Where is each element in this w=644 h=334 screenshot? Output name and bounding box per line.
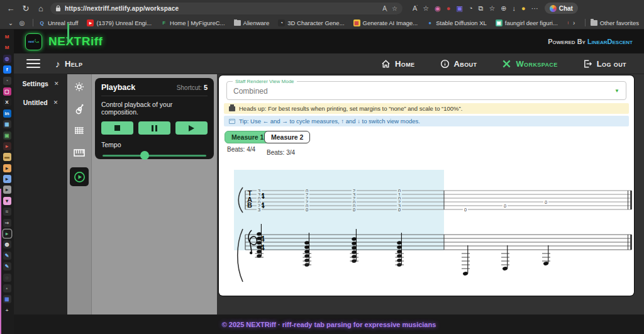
stop-icon xyxy=(114,125,120,131)
profile-icon[interactable]: ● xyxy=(521,5,526,12)
tempo-slider[interactable] xyxy=(101,151,208,160)
rail-item-gmail-2[interactable]: M xyxy=(3,43,11,52)
rail-item-pen-blue-1[interactable]: ✎ xyxy=(3,252,11,260)
tool-fretboard[interactable] xyxy=(70,123,89,138)
rail-item-video-gray[interactable]: ▸ xyxy=(3,186,11,194)
split-screen-icon[interactable]: ⧉ xyxy=(479,5,484,12)
menu-button[interactable] xyxy=(26,59,40,69)
collapse-chevron-icon[interactable]: ⌄ xyxy=(5,19,16,26)
rail-item-tan-app[interactable]: ▬ xyxy=(3,153,11,161)
reload-icon[interactable]: ↻ xyxy=(20,4,31,13)
bookmark-item[interactable]: FHome | MyFigureC... xyxy=(160,19,225,26)
bookmark-favicon: Q xyxy=(38,19,45,26)
rail-item-blue-grid-app[interactable]: ▦ xyxy=(3,295,11,303)
rail-item-dark-app-2[interactable]: ▪ xyxy=(3,284,11,292)
rail-item-video-blue[interactable]: ▸ xyxy=(3,175,11,183)
rail-item-github[interactable]: ◍ xyxy=(3,240,11,248)
rail-item-video-pink[interactable]: ▾ xyxy=(3,197,11,205)
favorite-star-icon[interactable]: ☆ xyxy=(423,5,429,12)
home-browser-icon[interactable]: ⌂ xyxy=(35,4,47,13)
slider-thumb[interactable] xyxy=(140,151,149,160)
rail-item-instagram[interactable]: ▢ xyxy=(3,87,11,96)
bookmark-item[interactable]: ▸(1379) Unreal Engi... xyxy=(87,19,152,26)
lock-icon xyxy=(55,5,61,12)
tools-icon xyxy=(502,59,511,69)
other-favorites-button[interactable]: Other favorites xyxy=(591,19,639,26)
score-renderer[interactable]: TAB4433002302220023200001023000044 xyxy=(226,167,635,288)
back-icon[interactable]: ← xyxy=(5,4,16,13)
rail-item-active-app[interactable]: ▸ xyxy=(3,230,11,238)
svg-text:0: 0 xyxy=(464,207,467,213)
read-aloud-icon[interactable]: Aׁ xyxy=(413,5,417,12)
url-text: https://nextriff.netlify.app/workspace xyxy=(65,5,179,12)
sidebar-tab-settings[interactable]: Settings ✕ xyxy=(14,74,67,93)
play-button[interactable] xyxy=(175,121,208,135)
chevron-down-icon: ▼ xyxy=(614,88,619,94)
downloads-icon[interactable]: ↓ xyxy=(513,5,516,12)
select-value: Combined xyxy=(233,87,268,96)
browser-extension-icons: Aׁ☆◉●▣◔⧉☆⊕↓●⋯ xyxy=(413,5,538,12)
keyboard-tip-banner: Tip: Use ← and → to cycle measures, ↑ an… xyxy=(224,116,629,126)
rail-item-pen-blue-2[interactable]: ✎ xyxy=(3,262,11,270)
rail-item-video-orange[interactable]: ▸ xyxy=(3,164,11,172)
measure-2-beats: Beats: 3/4 xyxy=(267,149,295,156)
bookmark-favicon: ▦ xyxy=(353,19,360,26)
rail-item-x-app[interactable]: X xyxy=(3,98,11,106)
extension-color-icon[interactable]: ◉ xyxy=(435,5,441,12)
lineardescent-link[interactable]: LinearDescent xyxy=(587,38,633,45)
sidebar-toggle-icon[interactable]: ◎ xyxy=(16,19,28,26)
stop-button[interactable] xyxy=(101,121,133,135)
bookmark-item[interactable]: ▣faungirl deer figuri... xyxy=(496,19,558,26)
rail-item-add-tab[interactable]: + xyxy=(3,306,11,315)
bookmarks-bar: ⌄ ◎ QUnreal stuff▸(1379) Unreal Engi...F… xyxy=(0,16,644,30)
sidebar-tab-untitled[interactable]: Untitled ✕ xyxy=(14,93,67,112)
nav-about[interactable]: About xyxy=(440,59,477,69)
extension-red-icon[interactable]: ● xyxy=(447,5,451,12)
rail-item-purple-app[interactable]: ◎ xyxy=(3,55,11,63)
rail-item-dark-app-1[interactable]: ◔ xyxy=(3,77,11,85)
rail-item-green-app[interactable]: ▣ xyxy=(3,131,11,140)
rail-item-red-video[interactable]: ▸ xyxy=(3,142,11,150)
more-menu-icon[interactable]: ⋯ xyxy=(531,5,538,12)
pause-button[interactable] xyxy=(138,121,170,135)
rail-item-globe-app[interactable]: ◌ xyxy=(3,274,11,282)
bookmark-item[interactable]: QUnreal stuff xyxy=(38,19,78,26)
bookmark-item[interactable]: Alienware xyxy=(234,19,270,26)
tool-brightness[interactable] xyxy=(70,79,89,94)
rail-item-linkedin[interactable]: in xyxy=(3,109,11,118)
overflow-chevron-icon[interactable]: › xyxy=(569,19,580,26)
browser-essentials-icon[interactable]: ⊕ xyxy=(501,5,506,12)
read-aloud-icon[interactable]: Aַ xyxy=(382,5,387,12)
chat-button[interactable]: Chat xyxy=(545,3,578,14)
close-icon[interactable]: ✕ xyxy=(54,81,59,87)
bookmark-item[interactable]: ◔3D Character Gene... xyxy=(278,19,344,26)
rail-item-tiles-app[interactable]: ▦ xyxy=(3,120,11,128)
rail-item-facebook[interactable]: f xyxy=(3,65,11,74)
nav-logout[interactable]: Log out xyxy=(583,59,626,69)
measure-2-button[interactable]: Measure 2 xyxy=(264,131,310,143)
divider xyxy=(33,19,33,26)
favorites-bar-icon[interactable]: ☆ xyxy=(489,5,495,12)
favorite-icon[interactable]: ☆ xyxy=(392,5,397,12)
piano-icon xyxy=(74,149,85,157)
rail-item-route-app[interactable]: ⇝ xyxy=(3,219,11,227)
bookmark-item[interactable]: ▦Generate AI Image... xyxy=(353,19,418,26)
extension-gray-icon[interactable]: ◔ xyxy=(469,5,473,12)
rail-item-gmail-1[interactable]: M xyxy=(3,33,11,41)
close-icon[interactable]: ✕ xyxy=(53,99,58,106)
browser-toolbar: ← ↻ ⌂ https://nextriff.netlify.app/works… xyxy=(0,0,644,16)
address-bar[interactable]: https://nextriff.netlify.app/workspace A… xyxy=(50,3,402,14)
bookmark-item[interactable]: ●Stable Diffusion XL xyxy=(426,19,487,26)
nextriff-logo[interactable]: next ⤿ xyxy=(25,33,42,50)
tool-piano[interactable] xyxy=(70,145,89,160)
nav-help[interactable]: ♪ Help xyxy=(55,58,82,69)
rail-item-waves-app[interactable]: ≈ xyxy=(3,208,11,216)
extension-purple-icon[interactable]: ▣ xyxy=(456,5,462,12)
tool-guitar[interactable] xyxy=(70,101,89,116)
staff-view-mode-select[interactable]: Staff Renderer View Mode Combined ▼ xyxy=(226,81,626,100)
guitar-icon xyxy=(75,104,84,114)
nav-home[interactable]: Home xyxy=(381,59,415,69)
nav-workspace[interactable]: Workspace xyxy=(502,59,557,69)
measure-1-beats: Beats: 4/4 xyxy=(227,146,255,153)
tool-playback-active[interactable] xyxy=(70,167,89,186)
